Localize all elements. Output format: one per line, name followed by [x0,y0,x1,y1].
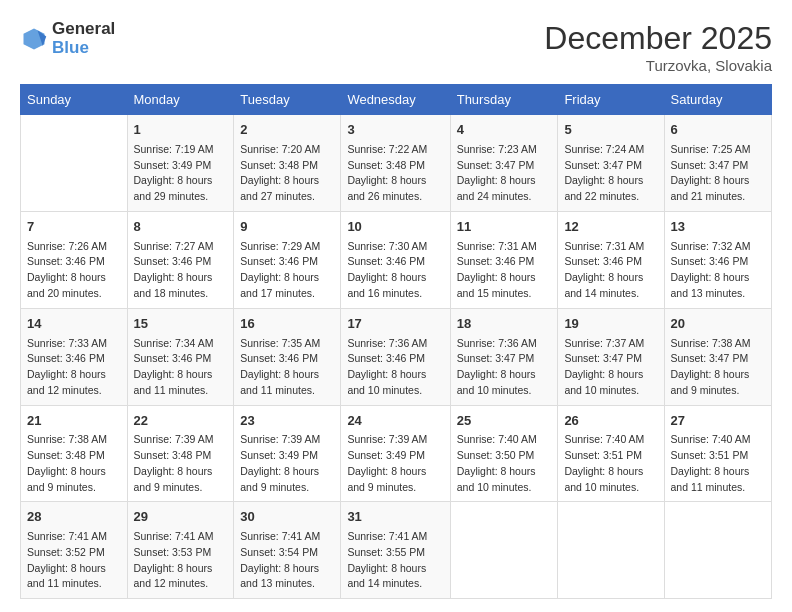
day-number: 6 [671,121,766,140]
calendar-cell: 31Sunrise: 7:41 AMSunset: 3:55 PMDayligh… [341,502,450,599]
calendar-cell: 14Sunrise: 7:33 AMSunset: 3:46 PMDayligh… [21,308,128,405]
weekday-header-monday: Monday [127,85,234,115]
sunset-text: Sunset: 3:46 PM [27,351,121,367]
sunrise-text: Sunrise: 7:39 AM [240,432,334,448]
sunrise-text: Sunrise: 7:40 AM [671,432,766,448]
day-number: 7 [27,218,121,237]
day-number: 11 [457,218,552,237]
daylight-text: Daylight: 8 hours and 16 minutes. [347,270,443,302]
sunset-text: Sunset: 3:48 PM [27,448,121,464]
calendar-cell: 13Sunrise: 7:32 AMSunset: 3:46 PMDayligh… [664,211,772,308]
calendar-cell: 30Sunrise: 7:41 AMSunset: 3:54 PMDayligh… [234,502,341,599]
calendar-cell: 1Sunrise: 7:19 AMSunset: 3:49 PMDaylight… [127,115,234,212]
calendar-cell [450,502,558,599]
calendar-cell: 6Sunrise: 7:25 AMSunset: 3:47 PMDaylight… [664,115,772,212]
calendar-cell [21,115,128,212]
sunset-text: Sunset: 3:46 PM [347,254,443,270]
sunset-text: Sunset: 3:46 PM [27,254,121,270]
daylight-text: Daylight: 8 hours and 24 minutes. [457,173,552,205]
daylight-text: Daylight: 8 hours and 12 minutes. [27,367,121,399]
day-number: 15 [134,315,228,334]
sunset-text: Sunset: 3:55 PM [347,545,443,561]
sunrise-text: Sunrise: 7:24 AM [564,142,657,158]
day-number: 14 [27,315,121,334]
sunrise-text: Sunrise: 7:29 AM [240,239,334,255]
calendar-cell: 19Sunrise: 7:37 AMSunset: 3:47 PMDayligh… [558,308,664,405]
sunrise-text: Sunrise: 7:36 AM [457,336,552,352]
day-number: 28 [27,508,121,527]
sunset-text: Sunset: 3:46 PM [240,254,334,270]
day-number: 30 [240,508,334,527]
daylight-text: Daylight: 8 hours and 10 minutes. [457,464,552,496]
day-info: Sunrise: 7:31 AMSunset: 3:46 PMDaylight:… [457,239,552,302]
day-number: 10 [347,218,443,237]
daylight-text: Daylight: 8 hours and 17 minutes. [240,270,334,302]
daylight-text: Daylight: 8 hours and 20 minutes. [27,270,121,302]
day-number: 26 [564,412,657,431]
sunrise-text: Sunrise: 7:41 AM [27,529,121,545]
sunset-text: Sunset: 3:53 PM [134,545,228,561]
sunrise-text: Sunrise: 7:39 AM [134,432,228,448]
calendar-cell: 8Sunrise: 7:27 AMSunset: 3:46 PMDaylight… [127,211,234,308]
day-info: Sunrise: 7:20 AMSunset: 3:48 PMDaylight:… [240,142,334,205]
daylight-text: Daylight: 8 hours and 11 minutes. [671,464,766,496]
day-number: 24 [347,412,443,431]
calendar-cell: 24Sunrise: 7:39 AMSunset: 3:49 PMDayligh… [341,405,450,502]
calendar-cell: 25Sunrise: 7:40 AMSunset: 3:50 PMDayligh… [450,405,558,502]
sunset-text: Sunset: 3:46 PM [134,254,228,270]
sunrise-text: Sunrise: 7:20 AM [240,142,334,158]
daylight-text: Daylight: 8 hours and 12 minutes. [134,561,228,593]
sunset-text: Sunset: 3:46 PM [134,351,228,367]
sunrise-text: Sunrise: 7:35 AM [240,336,334,352]
calendar-cell: 27Sunrise: 7:40 AMSunset: 3:51 PMDayligh… [664,405,772,502]
day-number: 12 [564,218,657,237]
day-info: Sunrise: 7:19 AMSunset: 3:49 PMDaylight:… [134,142,228,205]
calendar-cell: 16Sunrise: 7:35 AMSunset: 3:46 PMDayligh… [234,308,341,405]
day-number: 18 [457,315,552,334]
daylight-text: Daylight: 8 hours and 13 minutes. [240,561,334,593]
weekday-header-wednesday: Wednesday [341,85,450,115]
calendar-cell: 20Sunrise: 7:38 AMSunset: 3:47 PMDayligh… [664,308,772,405]
sunset-text: Sunset: 3:47 PM [457,158,552,174]
day-info: Sunrise: 7:25 AMSunset: 3:47 PMDaylight:… [671,142,766,205]
daylight-text: Daylight: 8 hours and 18 minutes. [134,270,228,302]
daylight-text: Daylight: 8 hours and 10 minutes. [564,367,657,399]
day-info: Sunrise: 7:24 AMSunset: 3:47 PMDaylight:… [564,142,657,205]
day-number: 1 [134,121,228,140]
day-number: 27 [671,412,766,431]
day-number: 8 [134,218,228,237]
sunset-text: Sunset: 3:49 PM [134,158,228,174]
day-info: Sunrise: 7:40 AMSunset: 3:51 PMDaylight:… [564,432,657,495]
calendar-cell: 22Sunrise: 7:39 AMSunset: 3:48 PMDayligh… [127,405,234,502]
sunrise-text: Sunrise: 7:33 AM [27,336,121,352]
daylight-text: Daylight: 8 hours and 9 minutes. [671,367,766,399]
calendar-cell: 9Sunrise: 7:29 AMSunset: 3:46 PMDaylight… [234,211,341,308]
sunset-text: Sunset: 3:48 PM [134,448,228,464]
sunset-text: Sunset: 3:48 PM [240,158,334,174]
day-info: Sunrise: 7:41 AMSunset: 3:52 PMDaylight:… [27,529,121,592]
sunset-text: Sunset: 3:46 PM [240,351,334,367]
sunrise-text: Sunrise: 7:36 AM [347,336,443,352]
sunrise-text: Sunrise: 7:38 AM [671,336,766,352]
sunrise-text: Sunrise: 7:19 AM [134,142,228,158]
day-number: 23 [240,412,334,431]
day-info: Sunrise: 7:32 AMSunset: 3:46 PMDaylight:… [671,239,766,302]
sunrise-text: Sunrise: 7:32 AM [671,239,766,255]
sunrise-text: Sunrise: 7:40 AM [564,432,657,448]
sunset-text: Sunset: 3:47 PM [671,351,766,367]
calendar-cell: 11Sunrise: 7:31 AMSunset: 3:46 PMDayligh… [450,211,558,308]
sunrise-text: Sunrise: 7:41 AM [240,529,334,545]
daylight-text: Daylight: 8 hours and 10 minutes. [564,464,657,496]
day-info: Sunrise: 7:26 AMSunset: 3:46 PMDaylight:… [27,239,121,302]
day-info: Sunrise: 7:41 AMSunset: 3:55 PMDaylight:… [347,529,443,592]
sunset-text: Sunset: 3:47 PM [564,158,657,174]
sunset-text: Sunset: 3:47 PM [564,351,657,367]
day-info: Sunrise: 7:38 AMSunset: 3:47 PMDaylight:… [671,336,766,399]
day-number: 19 [564,315,657,334]
calendar-week-row: 28Sunrise: 7:41 AMSunset: 3:52 PMDayligh… [21,502,772,599]
page-header: General Blue December 2025 Turzovka, Slo… [20,20,772,74]
daylight-text: Daylight: 8 hours and 14 minutes. [564,270,657,302]
sunrise-text: Sunrise: 7:26 AM [27,239,121,255]
day-info: Sunrise: 7:37 AMSunset: 3:47 PMDaylight:… [564,336,657,399]
sunset-text: Sunset: 3:52 PM [27,545,121,561]
